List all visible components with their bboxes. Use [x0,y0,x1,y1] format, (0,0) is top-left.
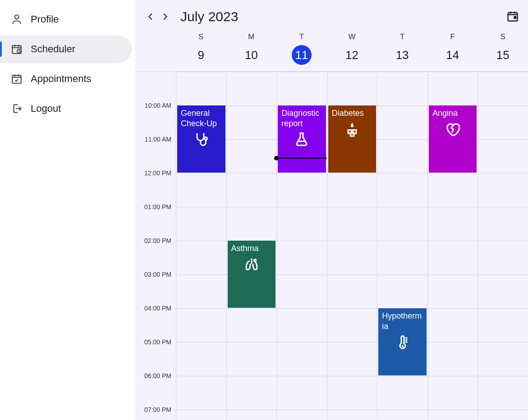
thermometer-icon [382,334,423,350]
day-of-week: S [176,32,226,41]
logout-icon [11,103,23,114]
sidebar-item-appointments[interactable]: Appointments [0,65,132,93]
event-asthma[interactable]: Asthma [228,241,276,308]
day-header[interactable]: W12 [327,29,377,71]
day-number: 10 [241,45,261,65]
time-label: 07:00 PM [144,406,171,413]
calendar-clock-icon [11,43,23,55]
schedule-grid-scroll[interactable]: 10:00 AM11:00 AM12:00 PM01:00 PM02:00 PM… [135,72,528,420]
sidebar-item-label: Scheduler [31,43,75,55]
sidebar-item-profile[interactable]: Profile [0,5,132,33]
event-general-check-up[interactable]: General Check-Up [177,105,225,173]
sidebar-item-label: Appointments [31,73,92,85]
calendar-toolbar: July 2023 [135,0,528,29]
day-column: Angina [427,72,478,419]
day-column [477,72,528,419]
day-of-week: W [327,32,377,41]
calendar-today-icon [506,10,519,23]
day-number: 15 [493,45,513,65]
day-number: 12 [342,45,362,65]
day-header[interactable]: S9 [176,29,226,71]
event-diagnostic-report[interactable]: Diagnostic report [278,105,326,173]
time-label: 01:00 PM [144,203,171,210]
sidebar-item-scheduler[interactable]: Scheduler [0,35,132,63]
lungs-icon [231,256,272,273]
next-week-button[interactable] [158,9,172,24]
today-button[interactable] [506,10,520,23]
time-label: 05:00 PM [144,338,171,346]
chevron-right-icon [160,12,170,22]
day-header[interactable]: M10 [226,29,277,71]
event-angina[interactable]: Angina [429,105,477,173]
day-of-week: F [427,32,478,41]
time-label: 06:00 PM [144,372,171,379]
event-title: Asthma [231,243,272,254]
day-column: General Check-Up [176,72,226,419]
time-label: 11:00 AM [145,136,171,143]
flask-icon [281,131,322,147]
day-header[interactable]: F14 [427,29,478,71]
event-diabetes[interactable]: Diabetes [328,105,376,173]
event-title: Diabetes [332,108,373,119]
calendar-check-icon [11,73,23,85]
day-of-week: S [477,32,528,41]
prev-week-button[interactable] [143,9,158,24]
sidebar: ProfileSchedulerAppointmentsLogout [0,0,135,420]
sidebar-item-label: Logout [31,103,61,114]
stethoscope-icon [181,131,222,147]
current-time-indicator [276,158,327,159]
event-title: General Check-Up [181,108,222,128]
day-number: 13 [392,45,412,65]
sugar-cubes-icon [332,121,373,137]
time-gutter: 10:00 AM11:00 AM12:00 PM01:00 PM02:00 PM… [135,72,176,419]
day-number: 11 [292,45,312,65]
time-label: 04:00 PM [144,305,171,312]
heart-crack-icon [432,121,473,137]
month-title: July 2023 [180,9,238,24]
day-columns: General Check-UpAsthmaDiagnostic reportD… [176,72,528,419]
event-title: Diagnostic report [281,108,322,128]
day-number: 9 [191,45,211,65]
day-number: 14 [443,45,463,65]
event-hypothermia[interactable]: Hypothermia [378,308,427,375]
day-header[interactable]: T11 [276,29,327,71]
day-column: Asthma [226,72,277,419]
day-header[interactable]: S15 [477,29,528,71]
day-header[interactable]: T13 [377,29,427,71]
sidebar-item-label: Profile [31,14,59,25]
user-icon [11,14,23,25]
event-title: Hypothermia [382,311,423,331]
scheduler-main: July 2023 S9M10T11W12T13F14S15 10:00 AM1… [135,0,528,420]
day-column: Diabetes [327,72,377,419]
time-label: 12:00 PM [144,169,171,177]
day-header-row: S9M10T11W12T13F14S15 [135,29,528,72]
day-of-week: T [276,32,327,41]
chevron-left-icon [146,12,156,22]
time-label: 03:00 PM [144,271,171,278]
day-column: Diagnostic report [276,72,327,419]
event-title: Angina [432,108,473,119]
day-column: Hypothermia [377,72,427,419]
sidebar-item-logout[interactable]: Logout [0,95,132,123]
time-label: 02:00 PM [144,237,171,244]
time-label: 10:00 AM [145,102,171,109]
day-of-week: M [226,32,277,41]
day-of-week: T [377,32,427,41]
